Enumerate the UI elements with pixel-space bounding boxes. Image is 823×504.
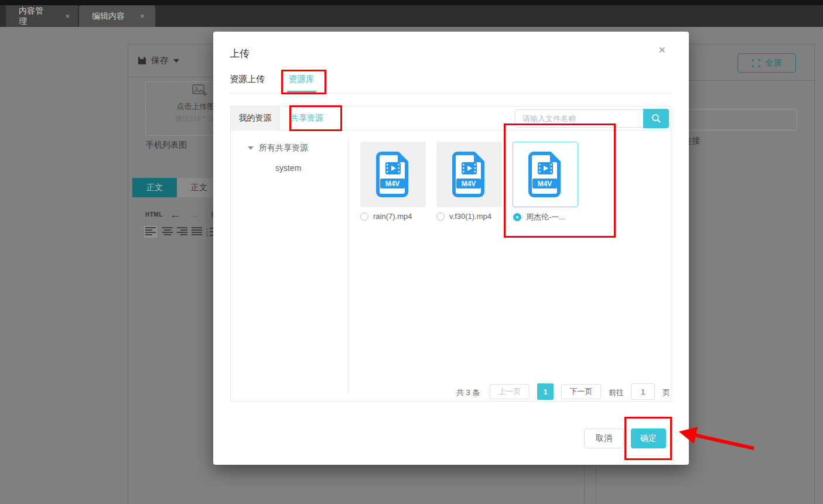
app-tab-bar: 内容管理 × 编辑内容 × <box>0 5 823 27</box>
file-option-selected[interactable]: 周杰伦-一... <box>513 212 565 222</box>
file-name: rain(7).mp4 <box>373 212 412 221</box>
total-count-label: 共 3 条 <box>456 388 480 398</box>
editor-tabs: 正文 正文 <box>132 178 221 197</box>
confirm-button[interactable]: 确定 <box>631 428 666 448</box>
close-icon[interactable]: × <box>140 12 145 20</box>
library-content-box: 我的资源 共享资源 所有共享资源 system <box>230 106 671 402</box>
prev-page-button[interactable]: 上一页 <box>490 384 530 399</box>
radio-button[interactable] <box>360 212 368 221</box>
save-button[interactable]: 保存 <box>138 55 179 66</box>
tree-node-label: 所有共享资源 <box>259 143 308 153</box>
save-icon <box>138 56 146 65</box>
subtab-shared-resources[interactable]: 共享资源 <box>291 107 323 130</box>
search-icon <box>651 114 661 124</box>
file-card[interactable]: M4V <box>360 142 426 207</box>
radio-button[interactable] <box>513 213 521 221</box>
file-card-selected[interactable]: M4V <box>513 142 578 207</box>
file-option[interactable]: rain(7).mp4 <box>360 212 412 221</box>
resource-tree: 所有共享资源 system <box>248 143 308 173</box>
richtext-toolbar-row2: 123 <box>143 225 217 239</box>
field-caption: 手机列表图 <box>146 140 187 150</box>
dialog-title: 上传 <box>230 47 250 60</box>
next-page-button[interactable]: 下一页 <box>561 384 601 399</box>
radio-button[interactable] <box>436 212 445 221</box>
current-page-button[interactable]: 1 <box>537 383 554 400</box>
m4v-file-icon: M4V <box>375 151 411 198</box>
tab-divider <box>230 93 671 94</box>
redo-icon[interactable]: → <box>188 209 199 220</box>
library-subtab-bar: 我的资源 共享资源 <box>231 107 671 131</box>
fullscreen-icon <box>752 59 760 67</box>
tree-node-system[interactable]: system <box>275 163 308 173</box>
tab-resource-library[interactable]: 资源库 <box>288 74 315 85</box>
tab-resource-upload[interactable]: 资源上传 <box>230 74 265 85</box>
caret-down-icon <box>173 59 179 63</box>
search-input[interactable] <box>515 109 643 128</box>
file-option[interactable]: v.f30(1).mp4 <box>436 212 491 221</box>
caret-down-icon <box>248 146 254 150</box>
cancel-button[interactable]: 取消 <box>584 428 624 448</box>
window-top-strip <box>0 0 823 5</box>
app-tab-label: 编辑内容 <box>92 11 125 22</box>
file-name: 周杰伦-一... <box>526 212 565 222</box>
html-mode-button[interactable]: HTML <box>145 211 163 218</box>
goto-label: 前往 <box>609 388 624 398</box>
svg-text:M4V: M4V <box>538 180 552 188</box>
align-justify-icon[interactable] <box>192 227 202 236</box>
m4v-file-icon: M4V <box>451 151 487 198</box>
search-button[interactable] <box>643 109 669 128</box>
fullscreen-button[interactable]: 全屏 <box>737 53 796 73</box>
upload-dialog: 上传 × 资源上传 资源库 我的资源 共享资源 所有共享资源 <box>213 32 689 465</box>
align-right-icon[interactable] <box>177 227 187 236</box>
align-center-icon[interactable] <box>162 227 173 236</box>
app-tab-content-management[interactable]: 内容管理 × <box>6 5 78 27</box>
m4v-file-icon: M4V <box>527 151 564 198</box>
subtab-my-resources[interactable]: 我的资源 <box>231 107 280 130</box>
svg-text:M4V: M4V <box>385 180 400 188</box>
tree-node-all-shared[interactable]: 所有共享资源 <box>248 143 308 153</box>
file-card[interactable]: M4V <box>436 142 502 207</box>
tree-divider <box>348 139 349 393</box>
active-tab-underline <box>287 91 316 92</box>
svg-text:3: 3 <box>206 234 208 236</box>
app-tab-label: 内容管理 <box>19 6 50 27</box>
fullscreen-label: 全屏 <box>766 58 782 68</box>
app-tab-edit-content[interactable]: 编辑内容 × <box>79 5 155 27</box>
file-name: v.f30(1).mp4 <box>449 212 491 221</box>
close-icon[interactable]: × <box>65 12 70 20</box>
align-left-icon[interactable] <box>143 225 158 239</box>
screen: 内容管理 × 编辑内容 × 保存 点击上传图片 建议218 * 160P 手机列… <box>0 0 823 504</box>
save-label: 保存 <box>151 55 169 66</box>
page-unit-label: 页 <box>663 388 670 398</box>
undo-icon[interactable]: ← <box>170 209 181 220</box>
svg-text:M4V: M4V <box>462 180 476 188</box>
pagination: 共 3 条 上一页 1 下一页 前往 页 <box>231 383 671 400</box>
close-icon[interactable]: × <box>658 43 665 56</box>
goto-page-input[interactable] <box>631 383 655 400</box>
tab-body-text[interactable]: 正文 <box>132 178 177 197</box>
